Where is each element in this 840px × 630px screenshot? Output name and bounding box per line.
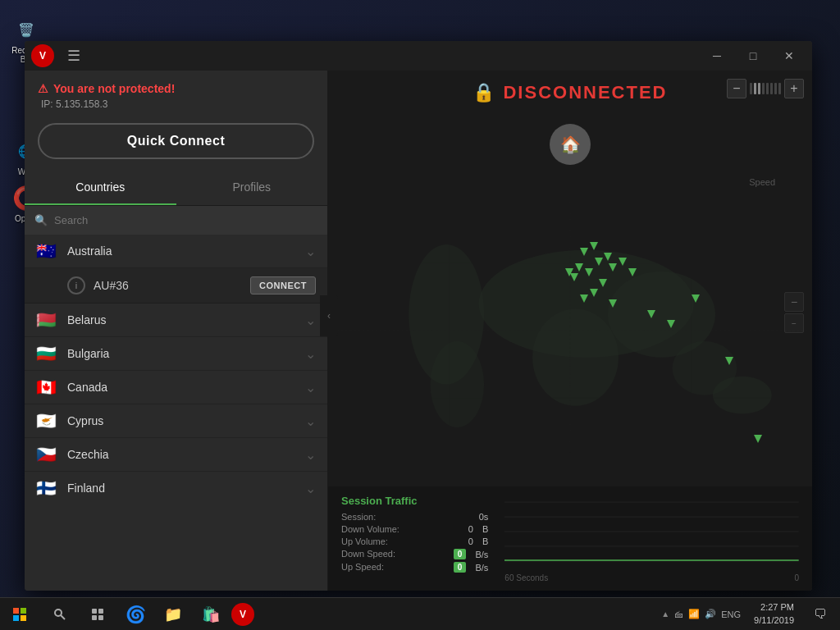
country-item-finland[interactable]: 🇫🇮 Finland ⌄	[25, 472, 327, 504]
connect-button[interactable]: CONNECT	[250, 276, 316, 294]
chevron-bulgaria: ⌄	[305, 346, 316, 362]
svg-rect-19	[13, 608, 19, 614]
taskbar: 🌀 📁 🛍️ V ▲ 🖮 📶 🔊 ENG 2:27 PM 9/11/2019 🗨	[0, 597, 840, 630]
flag-bulgaria: 🇧🇬	[36, 345, 59, 362]
tray-volume: 🔊	[705, 609, 716, 619]
svg-point-7	[713, 377, 772, 414]
minimize-button[interactable]: ─	[701, 43, 733, 68]
country-name-cyprus: Cyprus	[67, 414, 305, 427]
ip-info: IP: 5.135.158.3	[41, 98, 314, 110]
chevron-cyprus: ⌄	[305, 413, 316, 429]
sidebar: ⚠ You are not protected! IP: 5.135.158.3…	[25, 71, 328, 591]
country-item-belarus[interactable]: 🇧🇾 Belarus ⌄	[25, 304, 327, 337]
chart-time-label: 60 Seconds	[504, 573, 548, 582]
tab-countries[interactable]: Countries	[25, 171, 176, 205]
svg-rect-27	[92, 615, 97, 620]
country-name-finland: Finland	[67, 482, 305, 495]
taskbar-icons: 🌀 📁 🛍️ V	[39, 598, 258, 631]
taskbar-clock[interactable]: 2:27 PM 9/11/2019	[747, 601, 801, 627]
taskbar-search[interactable]	[43, 598, 77, 631]
country-item-czechia[interactable]: 🇨🇿 Czechia ⌄	[25, 438, 327, 472]
tray-network: 📶	[688, 609, 700, 619]
maximize-button[interactable]: □	[737, 43, 769, 68]
map-panel: 🔒 DISCONNECTED 🏠 −	[328, 71, 812, 591]
taskbar-edge[interactable]: 🌀	[118, 598, 153, 631]
svg-rect-25	[92, 609, 97, 614]
country-item-cyprus[interactable]: 🇨🇾 Cyprus ⌄	[25, 404, 327, 438]
close-button[interactable]: ✕	[773, 43, 806, 68]
flag-belarus: 🇧🇾	[36, 312, 59, 328]
server-name: AU#36	[94, 279, 250, 292]
svg-point-23	[55, 609, 62, 616]
up-volume-row: Up Volume: 0 B	[341, 536, 488, 546]
flag-finland: 🇫🇮	[36, 480, 59, 496]
search-icon: 🔍	[34, 214, 48, 226]
main-content: ⚠ You are not protected! IP: 5.135.158.3…	[25, 71, 812, 591]
tab-profiles[interactable]: Profiles	[176, 171, 328, 205]
taskbar-task-view[interactable]	[80, 598, 115, 631]
traffic-title: Session Traffic	[341, 495, 488, 507]
title-bar: V ☰ ─ □ ✕	[25, 41, 812, 71]
down-speed-row: Down Speed: 0 B/s	[341, 549, 488, 559]
country-name-canada: Canada	[67, 381, 305, 394]
up-volume-val: 0 B	[468, 536, 489, 546]
taskbar-right: ▲ 🖮 📶 🔊 ENG 2:27 PM 9/11/2019 🗨	[661, 598, 840, 631]
zoom-bar	[750, 83, 781, 94]
country-item-canada[interactable]: 🇨🇦 Canada ⌄	[25, 371, 327, 404]
down-volume-row: Down Volume: 0 B	[341, 524, 488, 534]
status-text: DISCONNECTED	[503, 82, 667, 103]
window-controls: ─ □ ✕	[701, 43, 806, 68]
up-volume-label: Up Volume:	[341, 536, 388, 546]
start-button[interactable]	[0, 598, 39, 631]
taskbar-store[interactable]: 🛍️	[194, 598, 228, 631]
chart-svg	[504, 495, 799, 568]
notification-center[interactable]: 🗨	[807, 598, 833, 631]
server-item-au36[interactable]: i AU#36 CONNECT	[25, 268, 327, 304]
country-name-belarus: Belarus	[67, 313, 305, 326]
up-speed-label: Up Speed:	[341, 562, 384, 573]
zoom-controls: − +	[727, 79, 804, 98]
down-speed-label: Down Speed:	[341, 549, 395, 559]
tab-bar: Countries Profiles	[25, 171, 327, 206]
up-speed-row: Up Speed: 0 B/s	[341, 562, 488, 573]
session-label: Session:	[341, 512, 376, 522]
warning-banner: ⚠ You are not protected! IP: 5.135.158.3	[25, 71, 327, 115]
svg-point-6	[431, 341, 485, 427]
quick-connect-area: Quick Connect	[25, 115, 327, 171]
country-name-czechia: Czechia	[67, 448, 305, 461]
country-item-australia[interactable]: 🇦🇺 Australia ⌄	[25, 235, 327, 268]
quick-connect-button[interactable]: Quick Connect	[38, 123, 314, 159]
chevron-czechia: ⌄	[305, 447, 316, 463]
warning-title: ⚠ You are not protected!	[38, 82, 314, 95]
zoom-out-button[interactable]: −	[727, 79, 746, 98]
search-input[interactable]	[54, 214, 317, 226]
taskbar-nordvpn[interactable]: V	[231, 603, 254, 626]
up-speed-val: 0 B/s	[454, 562, 489, 573]
tray-arrow[interactable]: ▲	[661, 609, 669, 619]
speed-label-top: Speed	[749, 177, 775, 187]
home-button[interactable]: 🏠	[550, 124, 591, 165]
chevron-australia: ⌄	[305, 244, 316, 259]
flag-australia: 🇦🇺	[36, 243, 59, 259]
chevron-belarus: ⌄	[305, 313, 316, 328]
flag-czechia: 🇨🇿	[36, 446, 59, 463]
warning-icon: ⚠	[38, 82, 48, 95]
country-name-australia: Australia	[67, 244, 305, 258]
app-logo: V	[31, 44, 54, 67]
svg-rect-28	[98, 615, 103, 620]
vpn-window: V ☰ ─ □ ✕ ⚠ You are not protected!	[25, 41, 812, 591]
sidebar-toggle[interactable]: ‹	[320, 295, 338, 336]
chart-right-val: 0	[794, 573, 799, 582]
taskbar-explorer[interactable]: 📁	[156, 598, 190, 631]
session-row: Session: 0s	[341, 512, 488, 522]
country-name-bulgaria: Bulgaria	[67, 347, 305, 360]
svg-point-2	[532, 309, 619, 406]
svg-rect-21	[13, 615, 19, 621]
tray-lang: ENG	[721, 609, 741, 619]
menu-button[interactable]: ☰	[61, 47, 87, 65]
zoom-in-button[interactable]: +	[784, 79, 804, 98]
traffic-info: Session Traffic Session: 0s Down Volume:…	[341, 495, 488, 582]
chevron-canada: ⌄	[305, 380, 316, 395]
country-item-bulgaria[interactable]: 🇧🇬 Bulgaria ⌄	[25, 337, 327, 371]
session-traffic-panel: Session Traffic Session: 0s Down Volume:…	[328, 486, 812, 591]
